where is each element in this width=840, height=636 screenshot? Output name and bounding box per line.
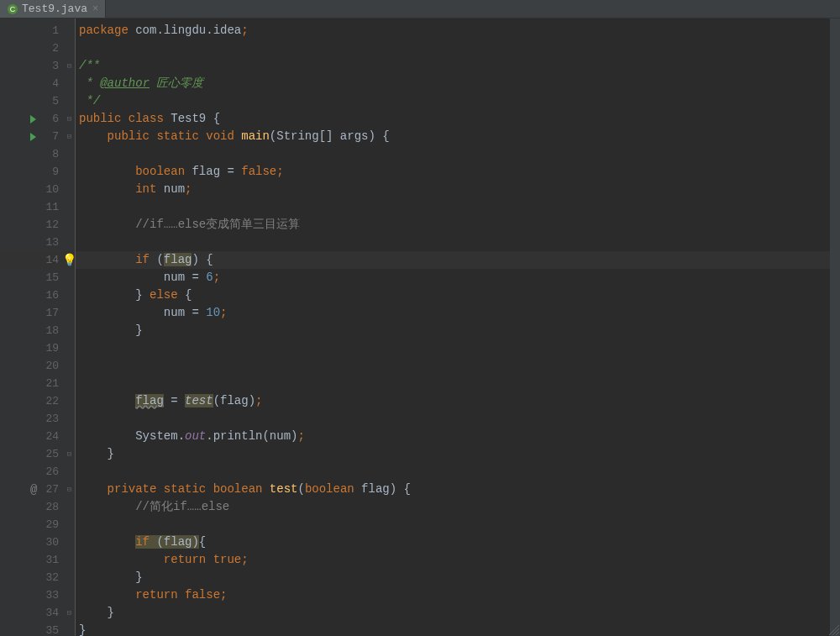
line-number: 30 — [40, 536, 59, 549]
line-number: 33 — [40, 589, 59, 602]
run-gutter-icon[interactable] — [30, 115, 36, 124]
gutter: 1 2 3 4 5 6 7 8 9 10 11 12 13 14 15 16 1… — [0, 18, 64, 636]
resize-handle-icon[interactable] — [828, 624, 840, 636]
file-tab[interactable]: C Test9.java × — [0, 0, 106, 18]
line-number: 17 — [40, 307, 59, 319]
intention-bulb-icon[interactable]: 💡 — [62, 253, 76, 267]
line-number: 34 — [40, 607, 59, 619]
line-number: 6 — [40, 113, 59, 125]
line-number: 31 — [40, 554, 59, 566]
line-number: 1 — [40, 24, 59, 37]
line-number: 16 — [40, 289, 59, 302]
line-number: 24 — [40, 430, 59, 443]
line-number: 14 — [40, 254, 59, 266]
run-gutter-icon[interactable] — [30, 133, 36, 141]
svg-text:C: C — [10, 5, 16, 13]
line-number: 8 — [40, 148, 59, 160]
line-number: 7 — [40, 130, 59, 143]
line-number: 22 — [40, 395, 59, 407]
line-number: 11 — [40, 201, 59, 213]
fold-end[interactable]: ⊟ — [64, 604, 75, 622]
line-number: 26 — [40, 465, 59, 478]
editor: 1 2 3 4 5 6 7 8 9 10 11 12 13 14 15 16 1… — [0, 18, 840, 636]
line-number: 23 — [40, 413, 59, 425]
line-number: 18 — [40, 324, 59, 337]
tab-filename: Test9.java — [22, 3, 87, 15]
line-number: 29 — [40, 518, 59, 531]
line-number: 28 — [40, 501, 59, 513]
line-number: 32 — [40, 571, 59, 584]
tab-close-icon[interactable]: × — [92, 3, 98, 15]
fold-toggle[interactable]: ⊟ — [64, 57, 75, 75]
fold-toggle[interactable]: ⊟ — [64, 128, 75, 145]
line-number: 5 — [40, 95, 59, 108]
vertical-scrollbar[interactable] — [830, 18, 840, 636]
override-gutter-icon[interactable]: @ — [30, 483, 37, 497]
line-number: 19 — [40, 342, 59, 355]
code-area[interactable]: package com.lingdu.idea; /** * @author 匠… — [76, 18, 840, 636]
fold-end[interactable]: ⊟ — [64, 445, 75, 463]
line-number: 3 — [40, 60, 59, 72]
line-number: 12 — [40, 218, 59, 231]
java-class-icon: C — [7, 3, 18, 15]
line-number: 13 — [40, 236, 59, 249]
line-number: 21 — [40, 377, 59, 390]
line-number: 35 — [40, 624, 59, 636]
line-number: 4 — [40, 77, 59, 90]
line-number: 9 — [40, 166, 59, 178]
line-number: 15 — [40, 271, 59, 284]
fold-toggle[interactable]: ⊟ — [64, 481, 75, 498]
fold-toggle[interactable]: ⊟ — [64, 110, 75, 128]
line-number: 27 — [40, 483, 59, 496]
tab-bar: C Test9.java × — [0, 0, 840, 18]
line-number: 25 — [40, 448, 59, 460]
line-number: 10 — [40, 183, 59, 196]
fold-column: ⊟ ⊟ ⊟ 💡 ⊟ ⊟ ⊟ — [64, 18, 76, 636]
line-number: 2 — [40, 42, 59, 55]
line-number: 20 — [40, 360, 59, 372]
